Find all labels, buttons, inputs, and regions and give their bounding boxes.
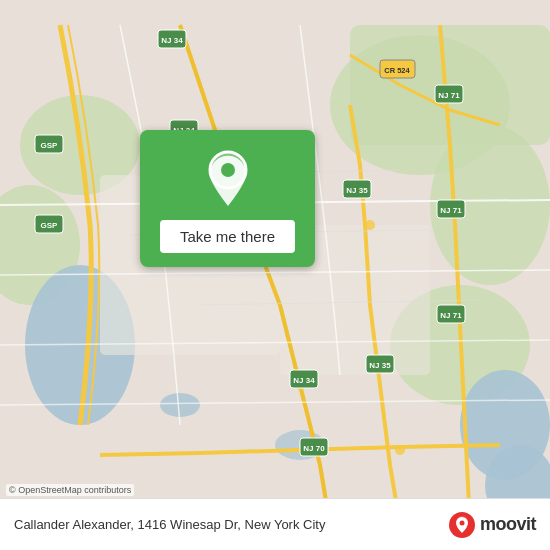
map-svg: GSP GSP NJ 34 NJ 34 NJ 34 NJ 71 NJ 71 NJ… — [0, 0, 550, 550]
svg-text:NJ 71: NJ 71 — [438, 91, 460, 100]
svg-text:NJ 70: NJ 70 — [303, 444, 325, 453]
svg-text:CR 524: CR 524 — [384, 66, 410, 75]
svg-text:NJ 34: NJ 34 — [293, 376, 315, 385]
address-text: Callander Alexander, 1416 Winesap Dr, Ne… — [14, 517, 448, 532]
moovit-logo: moovit — [448, 511, 536, 539]
map-attribution: © OpenStreetMap contributors — [6, 484, 134, 496]
moovit-brand-name: moovit — [480, 514, 536, 535]
moovit-icon-svg — [448, 511, 476, 539]
svg-point-24 — [395, 445, 405, 455]
svg-text:GSP: GSP — [41, 221, 59, 230]
map-container: GSP GSP NJ 34 NJ 34 NJ 34 NJ 71 NJ 71 NJ… — [0, 0, 550, 550]
svg-point-54 — [459, 520, 464, 525]
svg-text:NJ 35: NJ 35 — [369, 361, 391, 370]
location-pin-icon — [203, 148, 253, 208]
svg-text:NJ 35: NJ 35 — [346, 186, 368, 195]
bottom-bar: Callander Alexander, 1416 Winesap Dr, Ne… — [0, 498, 550, 550]
svg-text:NJ 71: NJ 71 — [440, 311, 462, 320]
svg-text:NJ 71: NJ 71 — [440, 206, 462, 215]
svg-text:GSP: GSP — [41, 141, 59, 150]
svg-point-52 — [221, 163, 235, 177]
navigation-button-container: Take me there — [140, 130, 315, 267]
svg-text:NJ 34: NJ 34 — [161, 36, 183, 45]
svg-point-10 — [160, 393, 200, 417]
svg-point-22 — [365, 220, 375, 230]
take-me-there-button[interactable]: Take me there — [160, 220, 295, 253]
green-card: Take me there — [140, 130, 315, 267]
